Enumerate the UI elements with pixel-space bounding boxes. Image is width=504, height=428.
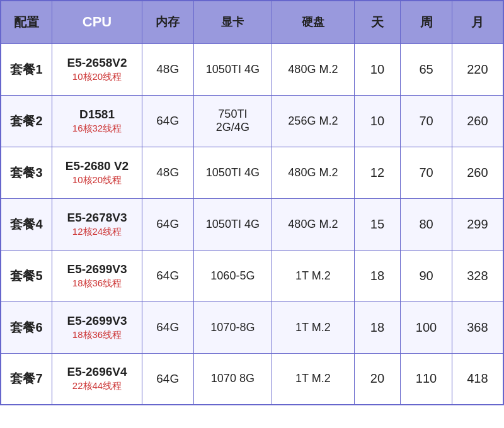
row-cpu: E5-2699V318核36线程 (52, 301, 142, 353)
row-day: 18 (354, 250, 401, 301)
row-week: 90 (401, 250, 452, 301)
cpu-model: E5-2699V3 (55, 262, 139, 276)
row-month: 418 (452, 353, 503, 405)
row-day: 15 (354, 198, 401, 250)
row-week: 80 (401, 198, 452, 250)
header-mem: 内存 (142, 1, 193, 43)
row-cpu: E5-2680 V210核20线程 (52, 147, 142, 198)
header-week: 周 (401, 1, 452, 43)
row-id: 套餐7 (1, 353, 52, 405)
row-id: 套餐5 (1, 250, 52, 301)
row-id: 套餐3 (1, 147, 52, 198)
table-row: 套餐2D158116核32线程64G750TI 2G/4G256G M.2107… (1, 95, 503, 147)
row-day: 18 (354, 301, 401, 353)
cpu-model: E5-2658V2 (55, 56, 139, 70)
cpu-model: D1581 (55, 108, 139, 121)
table-row: 套餐7E5-2696V422核44线程64G1070 8G1T M.220110… (1, 353, 503, 405)
row-cpu: E5-2678V312核24线程 (52, 198, 142, 250)
row-mem: 64G (142, 250, 193, 301)
row-cpu: E5-2699V318核36线程 (52, 250, 142, 301)
cpu-threads: 18核36线程 (55, 329, 139, 341)
header-day: 天 (354, 1, 401, 43)
pricing-table: 配置 CPU 内存 显卡 硬盘 天 周 月 套餐1E5-2658V210核20线… (0, 0, 504, 405)
row-day: 12 (354, 147, 401, 198)
cpu-threads: 12核24线程 (55, 226, 139, 238)
row-mem: 48G (142, 43, 193, 95)
cpu-model: E5-2678V3 (55, 211, 139, 225)
table-row: 套餐3E5-2680 V210核20线程48G1050TI 4G480G M.2… (1, 147, 503, 198)
row-week: 70 (401, 95, 452, 147)
row-disk: 480G M.2 (272, 147, 354, 198)
row-week: 100 (401, 301, 452, 353)
row-mem: 64G (142, 301, 193, 353)
table-row: 套餐5E5-2699V318核36线程64G1060-5G1T M.218903… (1, 250, 503, 301)
row-gpu: 1050TI 4G (193, 43, 272, 95)
cpu-threads: 18核36线程 (55, 278, 139, 290)
row-week: 110 (401, 353, 452, 405)
row-month: 299 (452, 198, 503, 250)
row-month: 328 (452, 250, 503, 301)
row-disk: 256G M.2 (272, 95, 354, 147)
row-mem: 64G (142, 353, 193, 405)
row-cpu: D158116核32线程 (52, 95, 142, 147)
row-id: 套餐2 (1, 95, 52, 147)
row-id: 套餐6 (1, 301, 52, 353)
row-gpu: 1070-8G (193, 301, 272, 353)
row-month: 260 (452, 95, 503, 147)
header-disk: 硬盘 (272, 1, 354, 43)
cpu-threads: 10核20线程 (55, 174, 139, 186)
cpu-model: E5-2680 V2 (55, 159, 139, 173)
header-peizhui: 配置 (1, 1, 52, 43)
cpu-model: E5-2696V4 (55, 365, 139, 379)
row-id: 套餐1 (1, 43, 52, 95)
cpu-threads: 22核44线程 (55, 380, 139, 392)
row-month: 368 (452, 301, 503, 353)
header-cpu: CPU (52, 1, 142, 43)
row-gpu: 1060-5G (193, 250, 272, 301)
row-gpu: 1050TI 4G (193, 198, 272, 250)
row-mem: 64G (142, 95, 193, 147)
row-disk: 480G M.2 (272, 43, 354, 95)
table-row: 套餐4E5-2678V312核24线程64G1050TI 4G480G M.21… (1, 198, 503, 250)
row-day: 10 (354, 43, 401, 95)
row-disk: 1T M.2 (272, 301, 354, 353)
cpu-model: E5-2699V3 (55, 314, 139, 328)
row-month: 260 (452, 147, 503, 198)
row-month: 220 (452, 43, 503, 95)
table-row: 套餐6E5-2699V318核36线程64G1070-8G1T M.218100… (1, 301, 503, 353)
row-week: 70 (401, 147, 452, 198)
row-disk: 1T M.2 (272, 250, 354, 301)
row-disk: 1T M.2 (272, 353, 354, 405)
row-cpu: E5-2658V210核20线程 (52, 43, 142, 95)
row-gpu: 1070 8G (193, 353, 272, 405)
row-id: 套餐4 (1, 198, 52, 250)
row-gpu: 1050TI 4G (193, 147, 272, 198)
cpu-threads: 10核20线程 (55, 71, 139, 83)
row-mem: 64G (142, 198, 193, 250)
row-week: 65 (401, 43, 452, 95)
row-mem: 48G (142, 147, 193, 198)
table-row: 套餐1E5-2658V210核20线程48G1050TI 4G480G M.21… (1, 43, 503, 95)
row-gpu: 750TI 2G/4G (193, 95, 272, 147)
row-day: 10 (354, 95, 401, 147)
cpu-threads: 16核32线程 (55, 123, 139, 135)
header-month: 月 (452, 1, 503, 43)
header-gpu: 显卡 (193, 1, 272, 43)
row-cpu: E5-2696V422核44线程 (52, 353, 142, 405)
row-disk: 480G M.2 (272, 198, 354, 250)
row-day: 20 (354, 353, 401, 405)
